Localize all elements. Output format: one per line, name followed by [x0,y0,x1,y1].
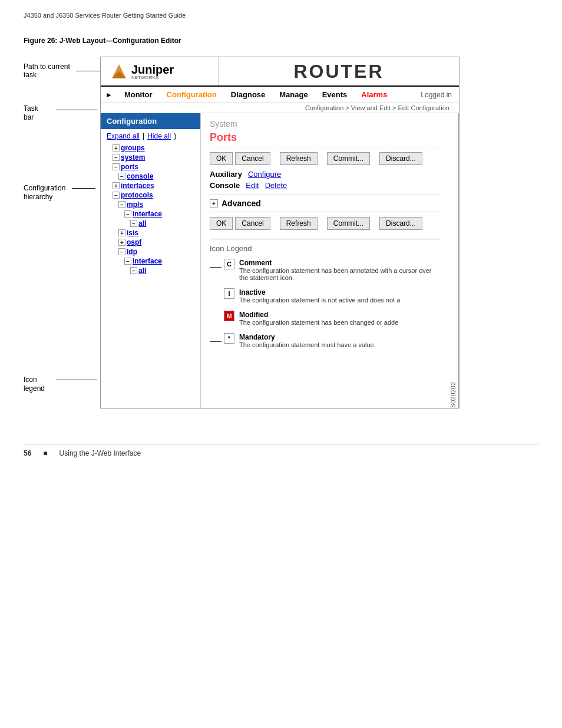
minus-icon: − [118,248,125,255]
legend-modified-icon-wrapper: M [210,311,234,321]
sidebar-item-ldp[interactable]: − ldp [107,247,194,256]
page-number: 56 [24,449,31,457]
minus-icon: − [124,258,131,265]
path-annotation-label: Path to current task [24,62,74,79]
sidebar-item-ports[interactable]: − ports [107,162,194,172]
refresh-button-1[interactable]: Refresh [280,152,318,165]
legend-box-modified: M [224,311,234,321]
minus-icon: − [113,154,120,161]
ok-button-2[interactable]: OK [210,217,233,230]
nav-bar: ► Monitor Configuration Diagnose Manage … [101,87,459,103]
advanced-label: Advanced [222,199,261,208]
sidebar-item-mpls[interactable]: − mpls [107,200,194,209]
refresh-button-2[interactable]: Refresh [280,217,318,230]
page-footer: 56 ■ Using the J-Web Interface [24,444,538,457]
ok-button-1[interactable]: OK [210,152,233,165]
footer-text: Using the J-Web Interface [59,449,141,457]
discard-button-2[interactable]: Discard... [379,217,422,230]
expand-all-link[interactable]: Expand all [107,132,140,140]
sidebar-item-isis[interactable]: + isis [107,228,194,238]
nav-diagnose[interactable]: Diagnose [224,87,273,103]
minus-icon: − [130,220,137,227]
cancel-button-2[interactable]: Cancel [235,217,270,230]
legend-text-mandatory: Mandatory The configuration statement mu… [239,333,376,348]
auxiliary-label: Auxiliary [210,170,242,179]
legend-text-comment: Comment The configuration statement has … [239,259,441,281]
figure-label: Figure 26: J-Web Layout—Configuration Ed… [24,37,538,45]
minus-icon: − [118,201,125,208]
footer-separator-icon: ■ [43,449,47,457]
hide-all-link[interactable]: Hide all [147,132,171,140]
commit-button-1[interactable]: Commit... [327,152,370,165]
browser-header: Juniper NETWORKS ROUTER [101,57,459,87]
cancel-button-1[interactable]: Cancel [235,152,270,165]
nav-arrow-icon: ► [101,87,117,103]
config-hierarchy-label: Configuration hierarchy [24,184,65,201]
sidebar-item-protocols[interactable]: − protocols [107,190,194,200]
minus-icon: − [130,267,137,274]
plus-icon: + [113,182,120,189]
side-id: S020202 [449,113,459,408]
auxiliary-configure-link[interactable]: Configure [248,170,281,179]
sidebar-links: Expand all | Hide all ) + groups − [101,129,200,278]
sidebar-header: Configuration [101,113,200,129]
main-panel: System Ports OK Cancel Refresh Commit... [201,113,449,408]
console-edit-link[interactable]: Edit [246,181,259,190]
juniper-logo-icon [110,62,128,81]
browser-window: Juniper NETWORKS ROUTER ► Monitor Config… [100,57,459,409]
nav-manage[interactable]: Manage [272,87,315,103]
sidebar-item-groups[interactable]: + groups [107,143,194,153]
legend-inactive-icon-wrapper: I [210,288,234,299]
icon-legend-title: Icon Legend [210,244,441,253]
sidebar: Configuration Expand all | Hide all ) + … [101,113,201,408]
console-delete-link[interactable]: Delete [265,181,287,190]
sidebar-expand-line: Expand all | Hide all ) [107,132,194,140]
minus-icon: − [124,210,131,218]
sidebar-item-system[interactable]: − system [107,153,194,162]
router-section: ROUTER [219,57,459,85]
commit-button-2[interactable]: Commit... [327,217,370,230]
plus-icon: + [118,229,125,236]
icon-legend-section: Icon Legend C Comment [210,239,441,348]
action-bar-2: OK Cancel Refresh Commit... Discard... [210,217,441,230]
diagram-outer: Path to current task Task bar Configurat… [24,57,538,409]
content-area: Configuration Expand all | Hide all ) + … [101,113,459,408]
nav-logged-in: Logged in [414,87,459,103]
legend-line-comment [210,267,222,268]
legend-comment-icon-wrapper: C [210,259,234,269]
legend-item-modified: M Modified The configuration statement h… [210,311,441,326]
plus-icon: + [113,144,120,151]
advanced-section: + Advanced [210,195,441,212]
nav-events[interactable]: Events [315,87,355,103]
router-title: ROUTER [293,61,384,83]
juniper-logo: Juniper NETWORKS [110,62,174,81]
taskbar-label: Task bar [24,104,38,121]
legend-text-modified: Modified The configuration statement has… [239,311,398,326]
sidebar-item-console[interactable]: − console [107,172,194,181]
sidebar-item-mpls-all[interactable]: − all [107,219,194,228]
logo-section: Juniper NETWORKS [101,57,219,85]
sidebar-item-ldp-all[interactable]: − all [107,266,194,275]
minus-icon: − [113,192,120,199]
advanced-expand-icon[interactable]: + [210,199,218,207]
console-label: Console [210,181,240,190]
legend-box-inactive: I [224,288,234,299]
legend-text-inactive: Inactive The configuration statement is … [239,288,400,304]
sidebar-item-interfaces[interactable]: + interfaces [107,181,194,190]
discard-button-1[interactable]: Discard... [379,152,422,165]
nav-configuration[interactable]: Configuration [160,87,224,103]
legend-box-mandatory: * [224,333,234,344]
sidebar-item-mpls-interface[interactable]: − interface [107,209,194,219]
legend-item-inactive: I Inactive The configuration statement i… [210,288,441,304]
legend-box-comment: C [224,259,234,269]
juniper-logo-text: Juniper [131,63,174,76]
icon-legend-side-label: Icon legend [24,375,45,393]
plus-icon: + [118,239,125,246]
sidebar-item-ospf[interactable]: + ospf [107,238,194,247]
nav-alarms[interactable]: Alarms [354,87,394,103]
nav-monitor[interactable]: Monitor [117,87,160,103]
action-bar-1: OK Cancel Refresh Commit... Discard... [210,152,441,165]
minus-icon: − [118,173,125,180]
sidebar-item-ldp-interface[interactable]: − interface [107,256,194,266]
section-system-title: System [210,119,441,129]
